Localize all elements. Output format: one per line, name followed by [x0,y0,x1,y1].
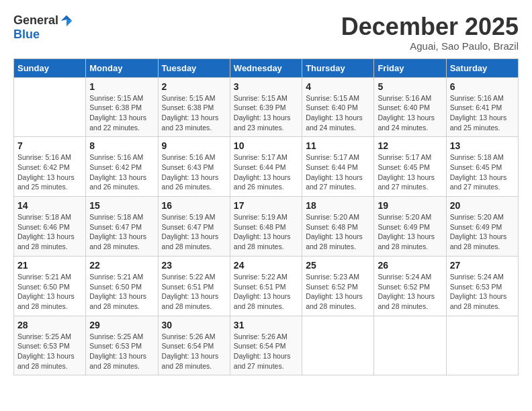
calendar-cell: 11Sunrise: 5:17 AM Sunset: 6:44 PM Dayli… [302,137,374,197]
day-number: 10 [234,140,298,151]
day-info: Sunrise: 5:20 AM Sunset: 6:49 PM Dayligh… [450,212,515,252]
calendar-cell: 3Sunrise: 5:15 AM Sunset: 6:39 PM Daylig… [230,77,302,137]
header-day-wednesday: Wednesday [230,58,302,77]
calendar-cell: 12Sunrise: 5:17 AM Sunset: 6:45 PM Dayli… [374,137,446,197]
day-info: Sunrise: 5:16 AM Sunset: 6:41 PM Dayligh… [450,93,515,133]
day-number: 17 [234,200,298,211]
calendar-cell: 31Sunrise: 5:26 AM Sunset: 6:54 PM Dayli… [230,316,302,375]
day-number: 18 [306,200,370,211]
calendar-week-row: 7Sunrise: 5:16 AM Sunset: 6:42 PM Daylig… [14,137,519,197]
day-number: 19 [378,200,442,211]
day-info: Sunrise: 5:16 AM Sunset: 6:40 PM Dayligh… [378,93,442,133]
day-info: Sunrise: 5:26 AM Sunset: 6:54 PM Dayligh… [162,332,226,371]
logo: General Blue [13,13,73,42]
calendar-cell: 13Sunrise: 5:18 AM Sunset: 6:45 PM Dayli… [446,137,518,197]
day-number: 26 [378,260,442,271]
day-number: 25 [306,260,370,271]
calendar-cell: 18Sunrise: 5:20 AM Sunset: 6:48 PM Dayli… [302,197,374,257]
day-info: Sunrise: 5:16 AM Sunset: 6:42 PM Dayligh… [89,152,154,192]
day-info: Sunrise: 5:15 AM Sunset: 6:38 PM Dayligh… [162,93,226,133]
calendar-cell: 19Sunrise: 5:20 AM Sunset: 6:49 PM Dayli… [374,197,446,257]
calendar-cell: 23Sunrise: 5:22 AM Sunset: 6:51 PM Dayli… [158,256,230,316]
day-info: Sunrise: 5:16 AM Sunset: 6:43 PM Dayligh… [162,152,226,192]
day-number: 9 [162,140,226,151]
calendar-cell [374,316,446,375]
day-info: Sunrise: 5:22 AM Sunset: 6:51 PM Dayligh… [162,272,226,312]
day-info: Sunrise: 5:25 AM Sunset: 6:53 PM Dayligh… [89,332,154,371]
day-number: 6 [450,81,515,92]
day-number: 8 [89,140,154,151]
day-number: 15 [89,200,154,211]
header-day-tuesday: Tuesday [158,58,230,77]
calendar-cell: 29Sunrise: 5:25 AM Sunset: 6:53 PM Dayli… [86,316,158,375]
day-number: 20 [450,200,515,211]
calendar-cell: 9Sunrise: 5:16 AM Sunset: 6:43 PM Daylig… [158,137,230,197]
calendar-week-row: 21Sunrise: 5:21 AM Sunset: 6:50 PM Dayli… [14,256,519,316]
day-number: 3 [234,81,298,92]
calendar-cell: 20Sunrise: 5:20 AM Sunset: 6:49 PM Dayli… [446,197,518,257]
calendar-cell: 26Sunrise: 5:24 AM Sunset: 6:52 PM Dayli… [374,256,446,316]
day-info: Sunrise: 5:18 AM Sunset: 6:45 PM Dayligh… [450,152,515,192]
day-info: Sunrise: 5:15 AM Sunset: 6:38 PM Dayligh… [89,93,154,133]
calendar-week-row: 28Sunrise: 5:25 AM Sunset: 6:53 PM Dayli… [14,316,519,375]
calendar-table: SundayMondayTuesdayWednesdayThursdayFrid… [13,58,519,376]
day-info: Sunrise: 5:25 AM Sunset: 6:53 PM Dayligh… [17,332,82,371]
day-info: Sunrise: 5:19 AM Sunset: 6:47 PM Dayligh… [162,212,226,252]
day-number: 27 [450,260,515,271]
day-number: 24 [234,260,298,271]
calendar-cell [446,316,518,375]
location-subtitle: Aguai, Sao Paulo, Brazil [341,40,519,52]
header-day-saturday: Saturday [446,58,518,77]
calendar-cell: 8Sunrise: 5:16 AM Sunset: 6:42 PM Daylig… [86,137,158,197]
day-number: 12 [378,140,442,151]
day-info: Sunrise: 5:21 AM Sunset: 6:50 PM Dayligh… [89,272,154,312]
calendar-cell: 21Sunrise: 5:21 AM Sunset: 6:50 PM Dayli… [14,256,86,316]
day-number: 5 [378,81,442,92]
calendar-cell: 1Sunrise: 5:15 AM Sunset: 6:38 PM Daylig… [86,77,158,137]
calendar-cell: 10Sunrise: 5:17 AM Sunset: 6:44 PM Dayli… [230,137,302,197]
day-info: Sunrise: 5:22 AM Sunset: 6:51 PM Dayligh… [234,272,298,312]
day-number: 31 [234,320,298,330]
day-info: Sunrise: 5:15 AM Sunset: 6:40 PM Dayligh… [306,93,370,133]
day-number: 13 [450,140,515,151]
calendar-cell: 14Sunrise: 5:18 AM Sunset: 6:46 PM Dayli… [14,197,86,257]
calendar-cell: 30Sunrise: 5:26 AM Sunset: 6:54 PM Dayli… [158,316,230,375]
calendar-cell [14,77,86,137]
day-info: Sunrise: 5:16 AM Sunset: 6:42 PM Dayligh… [17,152,82,192]
day-number: 21 [17,260,82,271]
calendar-cell: 25Sunrise: 5:23 AM Sunset: 6:52 PM Dayli… [302,256,374,316]
calendar-cell: 28Sunrise: 5:25 AM Sunset: 6:53 PM Dayli… [14,316,86,375]
day-number: 29 [89,320,154,330]
day-info: Sunrise: 5:15 AM Sunset: 6:39 PM Dayligh… [234,93,298,133]
svg-marker-1 [66,19,72,26]
calendar-cell: 17Sunrise: 5:19 AM Sunset: 6:48 PM Dayli… [230,197,302,257]
day-info: Sunrise: 5:18 AM Sunset: 6:46 PM Dayligh… [17,212,82,252]
day-number: 7 [17,140,82,151]
day-number: 1 [89,81,154,92]
day-number: 22 [89,260,154,271]
day-number: 30 [162,320,226,330]
calendar-cell: 16Sunrise: 5:19 AM Sunset: 6:47 PM Dayli… [158,197,230,257]
day-info: Sunrise: 5:24 AM Sunset: 6:52 PM Dayligh… [378,272,442,312]
day-number: 14 [17,200,82,211]
day-number: 16 [162,200,226,211]
day-number: 23 [162,260,226,271]
page-header: General Blue December 2025 Aguai, Sao Pa… [13,13,519,52]
logo-general-text: General [13,13,58,28]
calendar-cell: 4Sunrise: 5:15 AM Sunset: 6:40 PM Daylig… [302,77,374,137]
day-info: Sunrise: 5:19 AM Sunset: 6:48 PM Dayligh… [234,212,298,252]
logo-icon [60,14,73,28]
calendar-header-row: SundayMondayTuesdayWednesdayThursdayFrid… [14,58,519,77]
calendar-cell: 15Sunrise: 5:18 AM Sunset: 6:47 PM Dayli… [86,197,158,257]
day-info: Sunrise: 5:20 AM Sunset: 6:49 PM Dayligh… [378,212,442,252]
calendar-cell: 7Sunrise: 5:16 AM Sunset: 6:42 PM Daylig… [14,137,86,197]
logo-blue-text: Blue [13,28,40,42]
day-info: Sunrise: 5:20 AM Sunset: 6:48 PM Dayligh… [306,212,370,252]
day-info: Sunrise: 5:17 AM Sunset: 6:44 PM Dayligh… [306,152,370,192]
day-info: Sunrise: 5:26 AM Sunset: 6:54 PM Dayligh… [234,332,298,371]
calendar-cell: 24Sunrise: 5:22 AM Sunset: 6:51 PM Dayli… [230,256,302,316]
header-day-sunday: Sunday [14,58,86,77]
day-number: 11 [306,140,370,151]
calendar-week-row: 1Sunrise: 5:15 AM Sunset: 6:38 PM Daylig… [14,77,519,137]
day-info: Sunrise: 5:17 AM Sunset: 6:45 PM Dayligh… [378,152,442,192]
